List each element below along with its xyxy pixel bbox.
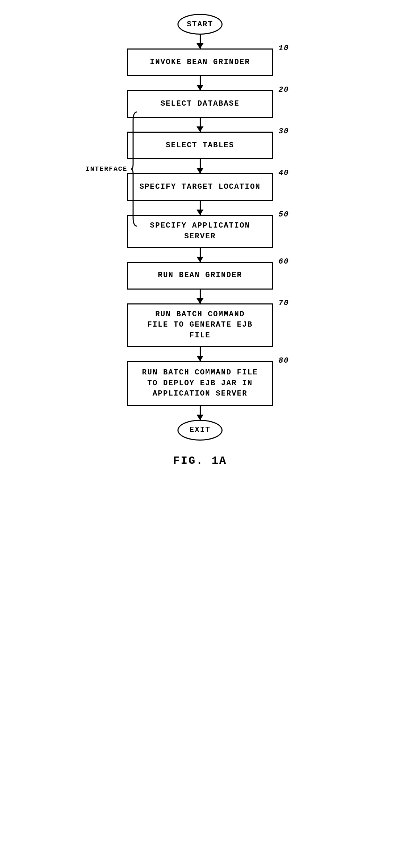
step80-rect: RUN BATCH COMMAND FILE TO DEPLOY EJB JAR… <box>127 361 273 406</box>
arrow-4 <box>200 201 201 215</box>
arrow-6 <box>200 290 201 303</box>
step30-label: SELECT TABLES <box>166 140 234 151</box>
arrow-7 <box>200 347 201 361</box>
step80-num: 80 <box>279 356 289 366</box>
step20-num: 20 <box>279 85 289 96</box>
step20-rect: SELECT DATABASE 20 <box>127 90 273 118</box>
exit-label: EXIT <box>190 426 211 434</box>
step70-num: 70 <box>279 298 289 309</box>
interface-group: INTERFACE SELECT DATABASE 20 SELECT TABL… <box>79 90 321 248</box>
interface-brace-icon <box>130 110 140 228</box>
step10-num: 10 <box>279 43 289 54</box>
start-oval: START <box>177 14 223 35</box>
step40-rect: SPECIFY TARGET LOCATION 40 <box>127 173 273 201</box>
step20-label: SELECT DATABASE <box>160 99 240 109</box>
step50-num: 50 <box>279 210 289 220</box>
step10-wrapper: INVOKE BEAN GRINDER 10 <box>79 48 321 76</box>
interface-label: INTERFACE <box>86 165 128 173</box>
figure-caption: FIG. 1A <box>173 454 227 467</box>
flowchart: START INVOKE BEAN GRINDER 10 INTERFACE S… <box>79 14 321 467</box>
arrow-8 <box>200 406 201 420</box>
step40-label: SPECIFY TARGET LOCATION <box>139 182 261 193</box>
start-node-wrapper: START <box>79 14 321 35</box>
start-label: START <box>187 20 213 29</box>
step60-wrapper: RUN BEAN GRINDER 60 <box>79 262 321 290</box>
step70-label: RUN BATCH COMMAND FILE TO GENERATE EJB F… <box>135 309 265 341</box>
step70-wrapper: RUN BATCH COMMAND FILE TO GENERATE EJB F… <box>79 303 321 347</box>
arrow-3 <box>200 159 201 173</box>
step70-rect: RUN BATCH COMMAND FILE TO GENERATE EJB F… <box>127 303 273 347</box>
step50-label: SPECIFY APPLICATION SERVER <box>135 221 265 242</box>
step40-num: 40 <box>279 168 289 179</box>
arrow-5 <box>200 248 201 262</box>
exit-node-wrapper: EXIT <box>79 420 321 441</box>
step60-num: 60 <box>279 257 289 267</box>
interface-label-area: INTERFACE <box>86 90 140 248</box>
step30-num: 30 <box>279 126 289 137</box>
step60-rect: RUN BEAN GRINDER 60 <box>127 262 273 290</box>
arrow-0 <box>200 35 201 48</box>
step50-rect: SPECIFY APPLICATION SERVER 50 <box>127 215 273 248</box>
step10-label: INVOKE BEAN GRINDER <box>150 57 250 68</box>
step60-label: RUN BEAN GRINDER <box>158 270 242 281</box>
step80-label: RUN BATCH COMMAND FILE TO DEPLOY EJB JAR… <box>142 367 258 399</box>
arrow-2 <box>200 118 201 132</box>
exit-oval: EXIT <box>177 420 223 441</box>
step80-wrapper: RUN BATCH COMMAND FILE TO DEPLOY EJB JAR… <box>79 361 321 406</box>
step10-rect: INVOKE BEAN GRINDER 10 <box>127 48 273 76</box>
arrow-1 <box>200 76 201 90</box>
step30-rect: SELECT TABLES 30 <box>127 132 273 159</box>
